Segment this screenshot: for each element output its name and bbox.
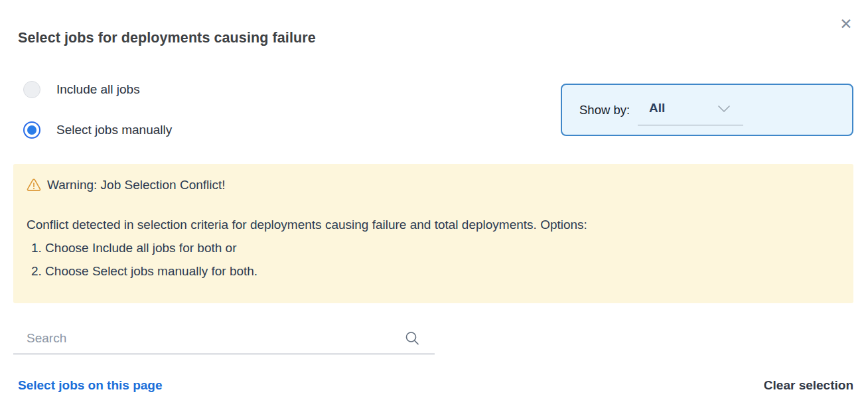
show-by-selected-value: All [649,101,665,115]
page-title: Select jobs for deployments causing fail… [18,30,316,46]
job-selection-radio-group: Include all jobs Select jobs manually [23,81,172,139]
show-by-label: Show by: [579,103,630,117]
warning-body-text: Conflict detected in selection criteria … [27,213,840,236]
radio-label: Include all jobs [56,82,140,97]
search-field [13,323,435,354]
warning-header: Warning: Job Selection Conflict! [27,178,840,192]
search-icon[interactable] [404,330,420,349]
select-jobs-on-page-link[interactable]: Select jobs on this page [18,378,163,393]
show-by-select[interactable]: All [638,101,743,125]
radio-unselected-icon[interactable] [23,81,40,98]
warning-title: Warning: Job Selection Conflict! [47,178,226,192]
warning-option-1: 1. Choose Include all jobs for both or [27,236,840,259]
radio-select-jobs-manually[interactable]: Select jobs manually [23,121,172,139]
warning-option-2: 2. Choose Select jobs manually for both. [27,259,840,283]
clear-selection-button[interactable]: Clear selection [764,378,853,393]
radio-label: Select jobs manually [56,123,172,137]
radio-selected-icon[interactable] [23,121,40,139]
close-icon[interactable]: ✕ [835,13,857,35]
job-selection-dialog: ✕ Select jobs for deployments causing fa… [0,0,868,418]
radio-include-all-jobs[interactable]: Include all jobs [23,81,172,98]
search-input[interactable] [13,323,392,354]
warning-triangle-icon [27,178,41,192]
chevron-down-icon[interactable] [717,104,731,116]
radio-dot [27,125,36,135]
warning-banner: Warning: Job Selection Conflict! Conflic… [13,164,853,303]
show-by-panel: Show by: All [561,84,853,136]
dialog-footer: Select jobs on this page Clear selection [18,378,853,393]
